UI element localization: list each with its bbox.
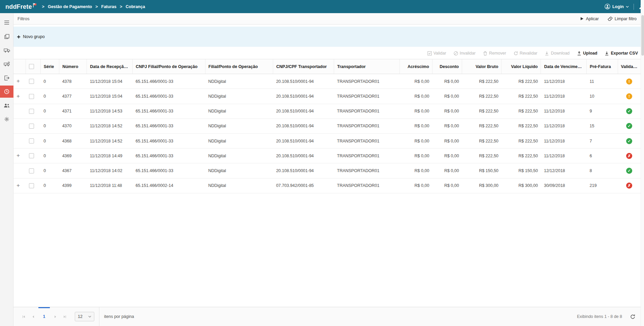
next-page-button[interactable] (51, 312, 60, 322)
col-header-cnpj-filial[interactable]: CNPJ Filial/Ponto de Operação (132, 59, 205, 74)
row-checkbox[interactable] (29, 168, 34, 173)
breadcrumb-faturas[interactable]: Faturas (101, 4, 117, 9)
col-header-numero[interactable]: Número (59, 59, 87, 74)
new-group-button[interactable]: Novo grupo (17, 34, 45, 39)
col-header-pre-fatura[interactable]: Pré-Fatura (587, 59, 618, 74)
cell-numero: 4368 (59, 134, 87, 149)
breadcrumb-cobranca[interactable]: Cobrança (126, 4, 145, 9)
cell-cnpj-filial: 65.151.466/0001-33 (132, 149, 205, 163)
refresh-button[interactable] (630, 314, 635, 319)
cell-cnpj-transportador: 07.703.942/0001-85 (273, 178, 334, 193)
sidebar (0, 13, 13, 326)
col-header-filial[interactable]: Filial/Ponto de Operação (205, 59, 273, 74)
upload-button[interactable]: Upload (577, 51, 597, 56)
plus-icon (17, 35, 21, 39)
validation-status-icon: ✗ (626, 183, 632, 189)
expand-row-icon[interactable]: + (17, 94, 21, 99)
topbar-right: Login (605, 4, 642, 10)
row-checkbox[interactable] (29, 153, 34, 158)
cell-desconto: R$ 0,00 (432, 178, 462, 193)
cell-desconto: R$ 0,00 (432, 119, 462, 133)
col-header-desconto[interactable]: Desconto (432, 59, 462, 74)
col-header-transportador[interactable]: Transportador (334, 59, 400, 74)
revalidate-button[interactable]: Revalidar (514, 51, 538, 56)
col-header-serie[interactable]: Série (40, 59, 59, 74)
col-header-data-recepcao[interactable]: Data de Recepção ↓ (87, 59, 133, 74)
app-logo[interactable]: nddFrete (5, 3, 37, 10)
cell-numero: 4399 (59, 178, 87, 193)
row-checkbox[interactable] (29, 138, 34, 143)
table-row: 0 4367 11/12/2018 14:02 65.151.466/0001-… (13, 163, 641, 178)
last-page-button[interactable] (60, 312, 69, 322)
export-csv-button[interactable]: Exportar CSV (605, 51, 638, 56)
cell-valor-bruto: R$ 222,50 (462, 119, 502, 133)
breadcrumb: > Gestão de Pagamento > Faturas > Cobran… (42, 4, 145, 9)
scrollbar-thumb[interactable] (641, 15, 644, 56)
sidebar-item-fleet[interactable] (0, 44, 13, 56)
row-checkbox[interactable] (29, 79, 34, 84)
cell-serie: 0 (40, 119, 59, 133)
validate-button[interactable]: Validar (427, 51, 446, 56)
cell-filial: NDDigital (205, 149, 273, 163)
table-row: + 0 4378 11/12/2018 15:04 65.151.466/000… (13, 74, 641, 89)
cell-cnpj-transportador: 20.108.510/0001-94 (273, 149, 334, 163)
hamburger-icon (4, 20, 9, 25)
first-page-button[interactable] (19, 312, 28, 322)
page-number-button[interactable]: 1 (38, 312, 51, 322)
col-header-valor-liquido[interactable]: Valor Líquido (502, 59, 541, 74)
sidebar-item-shipping[interactable] (0, 58, 13, 70)
expand-row-icon[interactable]: + (17, 183, 21, 188)
chevron-down-icon (626, 6, 629, 8)
invalidate-button[interactable]: Invalidar (454, 51, 476, 56)
validation-status-icon: ✓ (626, 108, 632, 114)
sidebar-item-documents[interactable] (0, 30, 13, 42)
cell-acrescimo: R$ 0,00 (400, 74, 432, 89)
remove-button[interactable]: Remover (483, 51, 506, 56)
cell-pre-fatura: 15 (587, 119, 618, 133)
cell-data-recepcao: 11/12/2018 14:52 (87, 134, 133, 149)
select-all-checkbox[interactable] (29, 64, 34, 69)
filter-panel: Novo grupo (13, 27, 641, 47)
expand-row-icon[interactable]: + (17, 79, 21, 84)
cell-desconto: R$ 0,00 (432, 163, 462, 178)
brand-flag-icon (33, 3, 37, 7)
row-checkbox[interactable] (29, 109, 34, 114)
sidebar-item-users[interactable] (0, 99, 13, 111)
col-header-select-all[interactable] (26, 59, 40, 74)
validation-status-icon: ✓ (626, 123, 632, 129)
validation-status-icon: ✓ (626, 138, 632, 144)
page-size-dropdown[interactable]: 12 (75, 312, 94, 321)
invoices-table: Série Número Data de Recepção ↓ CNPJ Fil… (13, 59, 641, 193)
apply-filter-button[interactable]: Aplicar (580, 17, 599, 21)
cell-numero: 4377 (59, 89, 87, 104)
cell-data-vencimento: 11/12/2018 (541, 74, 587, 89)
col-header-valor-bruto[interactable]: Valor Bruto (462, 59, 502, 74)
cell-data-recepcao: 11/12/2018 11:48 (87, 178, 133, 193)
login-button[interactable]: Login (605, 4, 629, 9)
sidebar-toggle-menu[interactable] (0, 17, 13, 29)
validate-label: Validar (433, 51, 446, 56)
cell-cnpj-filial: 65.151.466/0001-33 (132, 89, 205, 104)
validation-status-icon: ! (626, 78, 632, 85)
download-button[interactable]: Download (545, 51, 570, 56)
col-header-acrescimo[interactable]: Acréscimo (400, 59, 432, 74)
sidebar-item-settings[interactable] (0, 113, 13, 125)
row-checkbox[interactable] (29, 94, 34, 99)
sidebar-item-billing[interactable] (0, 86, 13, 98)
breadcrumb-gestao-de-pagamento[interactable]: Gestão de Pagamento (48, 4, 92, 9)
row-checkbox[interactable] (29, 124, 34, 129)
sidebar-item-exit[interactable] (0, 72, 13, 84)
expand-row-icon[interactable]: + (17, 153, 21, 158)
cell-desconto: R$ 0,00 (432, 134, 462, 149)
col-header-cnpj-transportador[interactable]: CNPJ/CPF Transportador (273, 59, 334, 74)
col-header-data-vencimento[interactable]: Data de Vencimento (541, 59, 587, 74)
col-header-validacao[interactable]: Validação (618, 59, 641, 74)
row-checkbox[interactable] (29, 183, 34, 188)
validation-status-icon: ✗ (626, 153, 632, 159)
documents-icon (4, 34, 9, 39)
vertical-scrollbar[interactable] (641, 0, 644, 326)
clear-filter-button[interactable]: Limpar filtro (608, 17, 637, 21)
play-icon (580, 17, 584, 21)
topbar-divider (634, 4, 634, 10)
previous-page-button[interactable] (28, 312, 38, 322)
